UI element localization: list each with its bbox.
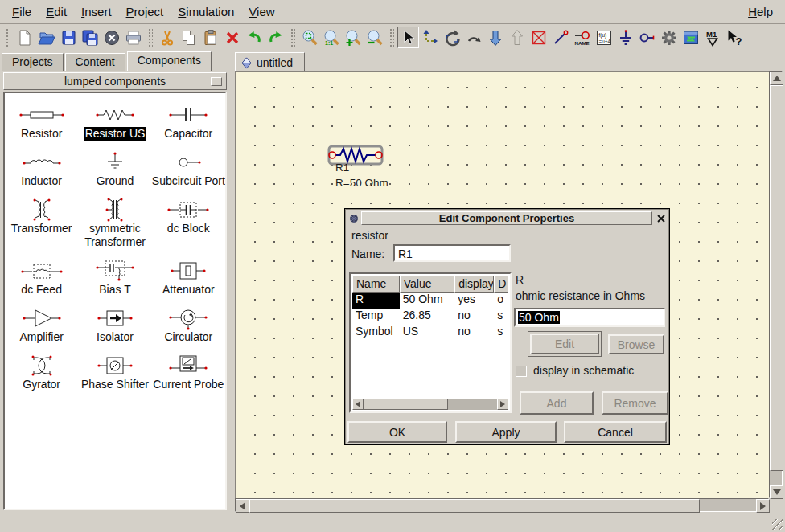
palette-item-capacitor[interactable]: Capacitor [152,103,225,147]
toolbar-grip[interactable] [388,27,394,48]
resistor-component[interactable] [321,140,398,172]
palette-item-current-probe[interactable]: Current Probe [152,354,225,398]
scroll-left-arrow[interactable] [352,399,364,410]
menu-insert[interactable]: Insert [74,2,119,21]
table-row-r[interactable]: R 50 Ohm yes o [352,293,508,309]
menu-help[interactable]: Help [741,2,780,21]
palette-item-amplifier[interactable]: Amplifier [5,306,78,350]
cut-button[interactable] [156,27,178,48]
copy-button[interactable] [178,27,199,48]
toolbar-grip[interactable] [5,27,10,48]
go-into-subcircuit-button[interactable] [506,27,528,48]
zoom-out-button[interactable] [364,27,385,48]
palette-item-resistor[interactable]: Resistor [5,103,78,147]
tab-projects[interactable]: Projects [2,53,64,71]
palette-item-attenuator[interactable]: Attenuator [152,259,225,303]
palette-item-subcircuit-port[interactable]: Subcircuit Port [152,150,225,194]
wire-tool-button[interactable] [549,27,571,48]
component-name-label[interactable]: R1 [335,162,349,174]
column-header-name[interactable]: Name [352,276,400,293]
scroll-left-arrow[interactable] [236,499,249,513]
palette-item-ground[interactable]: Ground [78,150,151,194]
palette-item-gyrator[interactable]: Gyrator [5,354,78,398]
port-tool-button[interactable] [636,27,658,48]
menu-edit[interactable]: Edit [39,2,74,21]
rotate-tool-button[interactable] [441,27,462,48]
table-horizontal-scrollbar[interactable] [352,399,508,410]
add-button[interactable]: Add [520,391,594,415]
palette-item-isolator[interactable]: Isolator [78,306,151,350]
open-button[interactable] [35,27,57,48]
tab-components[interactable]: Components [127,51,212,71]
canvas-vertical-scrollbar[interactable] [769,71,783,498]
menu-simulation[interactable]: Simulation [171,2,241,21]
toolbar-grip[interactable] [147,27,153,48]
scroll-right-arrow[interactable] [756,499,770,513]
whats-this-button[interactable]: ? [723,27,745,48]
set-marker-button[interactable]: M1 [701,27,723,48]
move-text-tool-button[interactable] [419,27,441,48]
paste-button[interactable] [199,27,221,48]
tab-content[interactable]: Content [65,53,125,71]
dialog-titlebar[interactable]: Edit Component Properties [347,211,668,226]
ok-button[interactable]: OK [347,421,447,443]
palette-item-bias-t[interactable]: Bias T [78,259,151,303]
select-tool-button[interactable] [397,27,419,48]
component-value-label[interactable]: R=50 Ohm [335,177,388,189]
simulate-button[interactable] [658,27,680,48]
table-scroll-thumb[interactable] [364,399,448,410]
horizontal-scroll-thumb[interactable] [249,499,700,513]
table-row-temp[interactable]: Temp 26.85 no s [352,309,508,325]
palette-item-resistor-us[interactable]: Resistor US [78,103,151,147]
scroll-right-arrow[interactable] [497,399,508,410]
redo-button[interactable] [265,27,286,48]
palette-item-circulator[interactable]: Circulator [152,306,225,350]
palette-item-transformer[interactable]: Transformer [5,198,78,256]
palette-item-dc-feed[interactable]: dc Feed [5,259,78,303]
document-tab-untitled[interactable]: untitled [235,52,305,71]
edit-button[interactable]: Edit [530,334,599,354]
dialog-close-button[interactable] [654,211,668,225]
column-header-description[interactable]: D [494,276,508,293]
palette-item-phase-shifter[interactable]: Phase Shifter [78,354,151,398]
scroll-up-arrow[interactable] [770,72,783,85]
zoom-1-1-button[interactable]: 1:1 [320,27,342,48]
undo-button[interactable] [243,27,265,48]
display-in-schematic-checkbox[interactable] [516,366,527,377]
remove-button[interactable]: Remove [602,391,668,415]
menu-view[interactable]: View [241,2,282,21]
name-input[interactable]: R1 [393,244,511,262]
resize-grip[interactable] [772,519,783,530]
browse-button[interactable]: Browse [608,334,664,354]
canvas-horizontal-scrollbar[interactable] [235,498,769,512]
new-button[interactable] [14,27,35,48]
apply-button[interactable]: Apply [455,421,557,443]
print-button[interactable] [122,27,144,48]
equation-tool-button[interactable]: f(u)=u+4 [593,27,614,48]
scroll-down-arrow[interactable] [770,485,783,499]
menu-file[interactable]: File [5,2,39,21]
ground-tool-button[interactable] [614,27,636,48]
wire-label-tool-button[interactable]: NAME [571,27,593,48]
save-all-button[interactable] [79,27,101,48]
palette-item-inductor[interactable]: Inductor [5,150,78,194]
menu-project[interactable]: Project [119,2,171,21]
component-category-select[interactable]: lumped components [3,72,227,90]
toolbar-grip[interactable] [290,27,295,48]
column-header-value[interactable]: Value [400,276,454,293]
deactivate-tool-button[interactable] [528,27,549,48]
save-button[interactable] [57,27,79,48]
property-value-input[interactable]: 50 Ohm [514,308,665,327]
zoom-fit-button[interactable] [298,27,320,48]
table-row-symbol[interactable]: Symbol US no s [352,325,508,341]
zoom-in-button[interactable] [342,27,364,48]
mirror-x-tool-button[interactable] [484,27,506,48]
view-data-button[interactable] [680,27,701,48]
mirror-y-tool-button[interactable] [462,27,484,48]
close-document-button[interactable] [101,27,122,48]
properties-table[interactable]: Name Value display D R 50 Ohm yes o Temp… [349,272,512,413]
vertical-scroll-thumb[interactable] [770,85,783,471]
palette-item-dc-block[interactable]: dc Block [152,198,225,256]
palette-item-symmetric-transformer[interactable]: symmetric Transformer [78,198,151,256]
cancel-button[interactable]: Cancel [564,421,667,443]
